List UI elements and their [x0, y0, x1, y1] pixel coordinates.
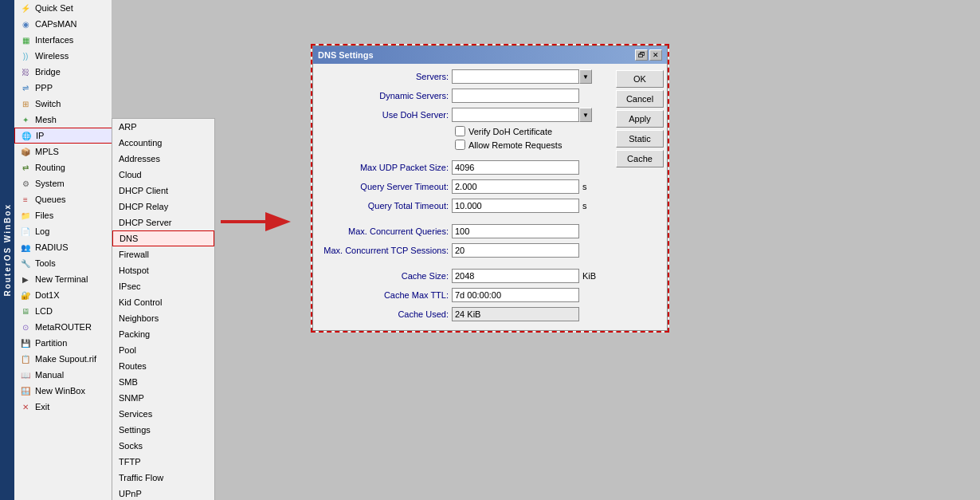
- max-concurrent-row: Max. Concurrent Queries:: [316, 223, 610, 239]
- max-concurrent-input[interactable]: [452, 224, 579, 238]
- sidebar-item-radius[interactable]: 👥 RADIUS: [14, 239, 125, 255]
- submenu-item-smb[interactable]: SMB: [112, 374, 214, 390]
- sidebar-label-exit: Exit: [35, 402, 49, 411]
- sidebar-item-interfaces[interactable]: ▦ Interfaces: [14, 32, 125, 48]
- verify-doh-row: Verify DoH Certificate: [316, 126, 610, 136]
- sidebar-item-manual[interactable]: 📖 Manual: [14, 367, 125, 383]
- ok-button[interactable]: OK: [616, 70, 664, 88]
- submenu-item-firewall[interactable]: Firewall: [112, 246, 214, 262]
- verify-doh-checkbox[interactable]: [455, 126, 465, 136]
- cache-size-row: Cache Size: KiB: [316, 268, 610, 284]
- manual-icon: 📖: [19, 368, 32, 381]
- sidebar-item-new-terminal[interactable]: ▶ New Terminal: [14, 271, 125, 287]
- dialog-close-button[interactable]: ✕: [649, 49, 662, 61]
- submenu-label-snmp: SNMP: [119, 393, 144, 403]
- submenu-item-ipsec[interactable]: IPsec: [112, 278, 214, 294]
- sidebar-item-tools[interactable]: 🔧 Tools ▶: [14, 255, 125, 271]
- dns-dialog: DNS Settings 🗗 ✕ Servers: ▼: [311, 44, 669, 333]
- submenu-item-upnp[interactable]: UPnP: [112, 486, 214, 500]
- apply-button[interactable]: Apply: [616, 110, 664, 128]
- submenu-item-dhcp-relay[interactable]: DHCP Relay: [112, 199, 214, 215]
- dynamic-servers-input[interactable]: [452, 89, 579, 103]
- sidebar-item-log[interactable]: 📄 Log: [14, 223, 125, 239]
- submenu-item-dhcp-client[interactable]: DHCP Client: [112, 183, 214, 199]
- use-doh-input[interactable]: [452, 108, 579, 122]
- query-total-timeout-input[interactable]: [452, 199, 579, 213]
- sidebar-item-partition[interactable]: 💾 Partition: [14, 335, 125, 351]
- submenu-item-addresses[interactable]: Addresses: [112, 151, 214, 167]
- sidebar-item-capsman[interactable]: ◉ CAPsMAN: [14, 16, 125, 32]
- submenu-item-services[interactable]: Services: [112, 406, 214, 422]
- cancel-button[interactable]: Cancel: [616, 90, 664, 108]
- submenu-item-pool[interactable]: Pool: [112, 342, 214, 358]
- submenu-item-cloud[interactable]: Cloud: [112, 167, 214, 183]
- max-udp-input[interactable]: [452, 160, 579, 175]
- radius-icon: 👥: [19, 241, 32, 254]
- submenu-item-traffic-flow[interactable]: Traffic Flow: [112, 470, 214, 486]
- use-doh-dropdown-btn[interactable]: ▼: [579, 108, 592, 122]
- submenu-item-arp[interactable]: ARP: [112, 119, 214, 135]
- max-concurrent-tcp-input[interactable]: [452, 243, 579, 258]
- query-server-timeout-row: Query Server Timeout: s: [316, 179, 610, 195]
- sidebar-item-files[interactable]: 📁 Files: [14, 207, 125, 223]
- sidebar-label-capsman: CAPsMAN: [35, 19, 77, 29]
- cache-button[interactable]: Cache: [616, 150, 664, 167]
- submenu-label-dns: DNS: [120, 234, 138, 243]
- submenu-item-hotspot[interactable]: Hotspot: [112, 262, 214, 278]
- sidebar-item-ip[interactable]: 🌐 IP ▶: [14, 128, 125, 144]
- sidebar-item-exit[interactable]: ✕ Exit: [14, 399, 125, 415]
- sidebar-item-switch[interactable]: ⊞ Switch: [14, 96, 125, 112]
- wireless-icon: )): [19, 49, 32, 62]
- sidebar-item-lcd[interactable]: 🖥 LCD: [14, 303, 125, 319]
- submenu-label-upnp: UPnP: [119, 489, 142, 498]
- sidebar-item-quick-set[interactable]: ⚡ Quick Set: [14, 0, 125, 16]
- submenu-item-routes[interactable]: Routes: [112, 358, 214, 374]
- sidebar-label-system: System: [35, 179, 65, 188]
- sidebar-item-wireless[interactable]: )) Wireless: [14, 48, 125, 64]
- cache-size-label: Cache Size:: [316, 271, 452, 281]
- sidebar-item-ppp[interactable]: ⇌ PPP: [14, 80, 125, 96]
- submenu-item-snmp[interactable]: SNMP: [112, 390, 214, 406]
- query-server-timeout-input[interactable]: [452, 179, 579, 194]
- sidebar-item-routing[interactable]: ⇄ Routing ▶: [14, 159, 125, 175]
- submenu-label-cloud: Cloud: [119, 170, 142, 179]
- cache-max-ttl-input[interactable]: [452, 288, 579, 302]
- max-udp-label: Max UDP Packet Size:: [316, 163, 452, 172]
- allow-remote-checkbox[interactable]: [455, 140, 465, 150]
- submenu-item-dns[interactable]: DNS: [112, 230, 214, 246]
- sidebar-label-supout: Make Supout.rif: [35, 354, 96, 364]
- sidebar-label-quick-set: Quick Set: [35, 3, 73, 13]
- servers-dropdown-btn[interactable]: ▼: [579, 69, 592, 84]
- query-total-timeout-row: Query Total Timeout: s: [316, 198, 610, 214]
- dialog-restore-button[interactable]: 🗗: [635, 49, 648, 61]
- capsman-icon: ◉: [19, 18, 32, 30]
- sidebar-item-queues[interactable]: ≡ Queues: [14, 191, 125, 207]
- sidebar-item-new-winbox[interactable]: 🪟 New WinBox: [14, 383, 125, 399]
- files-icon: 📁: [19, 209, 32, 222]
- sidebar-item-mesh[interactable]: ✦ Mesh: [14, 112, 125, 128]
- submenu-label-ipsec: IPsec: [119, 281, 141, 291]
- static-button[interactable]: Static: [616, 130, 664, 148]
- sidebar-item-mpls[interactable]: 📦 MPLS ▶: [14, 144, 125, 159]
- sidebar-item-system[interactable]: ⚙ System ▶: [14, 175, 125, 191]
- dialog-form: Servers: ▼ Dynamic Servers: Use DoH Serv…: [316, 69, 613, 325]
- servers-input[interactable]: [452, 69, 579, 84]
- submenu-item-accounting[interactable]: Accounting: [112, 135, 214, 151]
- submenu-item-dhcp-server[interactable]: DHCP Server: [112, 215, 214, 230]
- submenu-item-kid-control[interactable]: Kid Control: [112, 294, 214, 310]
- submenu-label-routes: Routes: [119, 361, 147, 371]
- submenu-item-settings[interactable]: Settings: [112, 422, 214, 438]
- submenu-label-addresses: Addresses: [119, 154, 160, 163]
- tools-icon: 🔧: [19, 257, 32, 270]
- submenu-item-packing[interactable]: Packing: [112, 326, 214, 342]
- sidebar-item-dot1x[interactable]: 🔐 Dot1X: [14, 287, 125, 303]
- cache-size-input[interactable]: [452, 269, 579, 283]
- sidebar-item-metarouter[interactable]: ⊙ MetaROUTER: [14, 319, 125, 335]
- submenu-item-socks[interactable]: Socks: [112, 438, 214, 454]
- sidebar-item-supout[interactable]: 📋 Make Supout.rif: [14, 351, 125, 367]
- submenu-item-neighbors[interactable]: Neighbors: [112, 310, 214, 326]
- sidebar-item-bridge[interactable]: ⛓ Bridge: [14, 64, 125, 80]
- submenu-item-tftp[interactable]: TFTP: [112, 454, 214, 470]
- mesh-icon: ✦: [19, 113, 32, 126]
- sidebar-label-radius: RADIUS: [35, 242, 69, 252]
